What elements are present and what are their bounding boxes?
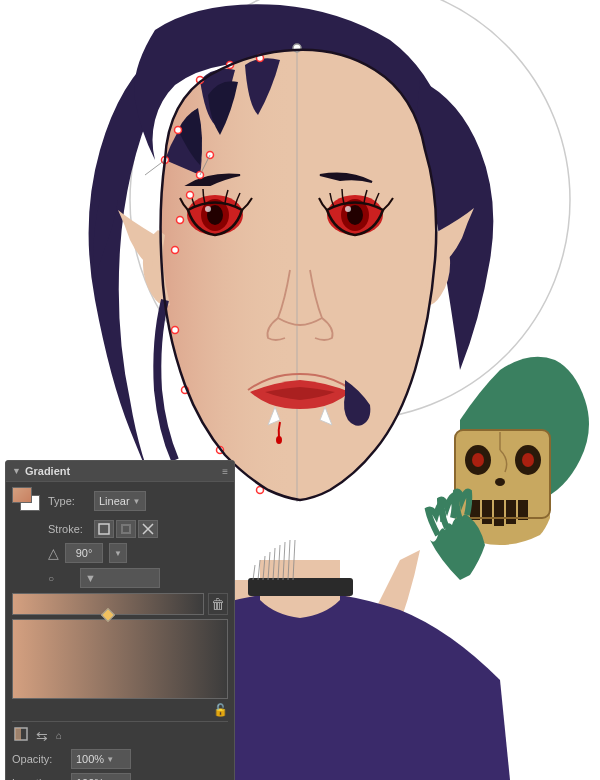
opacity-arrow: ▼: [106, 755, 114, 764]
delete-stop-button[interactable]: 🗑: [208, 593, 228, 615]
location-row: Location: 100% ▼: [12, 773, 228, 780]
panel-icon-3[interactable]: ⌂: [54, 728, 64, 743]
svg-point-23: [172, 247, 179, 254]
gradient-tool-icon[interactable]: [12, 725, 30, 746]
type-row: Type: Linear ▼: [12, 487, 228, 515]
location-select[interactable]: 100% ▼: [71, 773, 131, 780]
stroke-row: Stroke:: [12, 520, 228, 538]
foreground-swatch[interactable]: [12, 487, 32, 503]
panel-menu-button[interactable]: ≡: [222, 466, 228, 477]
opacity-value: 100%: [76, 753, 104, 765]
angle-row: △ 90° ▼: [12, 543, 228, 563]
angle-icon: △: [48, 545, 59, 561]
color-swatch-container: [12, 487, 44, 515]
svg-point-12: [345, 206, 351, 212]
lock-row: 🔓: [12, 703, 228, 717]
angle-input[interactable]: 90°: [65, 543, 103, 563]
stroke-btn-2[interactable]: [116, 520, 136, 538]
svg-point-22: [177, 217, 184, 224]
opacity-label: Opacity:: [12, 753, 67, 765]
angle-select[interactable]: ▼: [109, 543, 127, 563]
stroke-btn-1[interactable]: [94, 520, 114, 538]
type-label: Type:: [48, 495, 90, 507]
stroke-label: Stroke:: [48, 523, 90, 535]
stroke-buttons: [94, 520, 158, 538]
gradient-panel-header[interactable]: ▼ Gradient ≡: [6, 461, 234, 482]
angle-select-arrow: ▼: [114, 549, 122, 558]
opacity-select[interactable]: 100% ▼: [71, 749, 131, 769]
type-select-arrow: ▼: [133, 497, 141, 506]
gradient-bar-wrapper[interactable]: [12, 593, 204, 615]
panel-content: Type: Linear ▼ Stroke:: [6, 482, 234, 780]
svg-rect-49: [99, 524, 109, 534]
type-value: Linear: [99, 495, 130, 507]
svg-point-8: [205, 206, 211, 212]
svg-point-36: [522, 453, 534, 467]
lock-icon[interactable]: 🔓: [213, 703, 228, 717]
svg-point-35: [472, 453, 484, 467]
panel-collapse-arrow: ▼: [12, 466, 21, 476]
aspect-select[interactable]: ▼: [80, 568, 160, 588]
gradient-preview[interactable]: [12, 619, 228, 699]
svg-point-37: [495, 478, 505, 486]
aspect-row: ○ ▼: [12, 568, 228, 588]
swap-colors-icon[interactable]: ⇆: [34, 726, 50, 746]
gradient-panel-title: Gradient: [25, 465, 70, 477]
type-select[interactable]: Linear ▼: [94, 491, 146, 511]
svg-rect-53: [15, 728, 21, 740]
svg-point-13: [276, 436, 282, 444]
svg-rect-3: [248, 578, 353, 596]
gradient-panel: ▼ Gradient ≡ Type: Linear ▼ Stroke:: [5, 460, 235, 780]
gradient-bar-row: 🗑: [12, 593, 228, 615]
svg-point-21: [187, 192, 194, 199]
aspect-icon: ○: [48, 573, 54, 584]
aspect-value: ▼: [85, 572, 96, 584]
opacity-row: Opacity: 100% ▼: [12, 749, 228, 769]
svg-rect-51: [123, 526, 129, 532]
svg-point-24: [172, 327, 179, 334]
panel-icons-row: ⇆ ⌂: [12, 721, 228, 749]
stroke-btn-3[interactable]: [138, 520, 158, 538]
gradient-bar[interactable]: [12, 593, 204, 615]
svg-point-15: [175, 127, 182, 134]
